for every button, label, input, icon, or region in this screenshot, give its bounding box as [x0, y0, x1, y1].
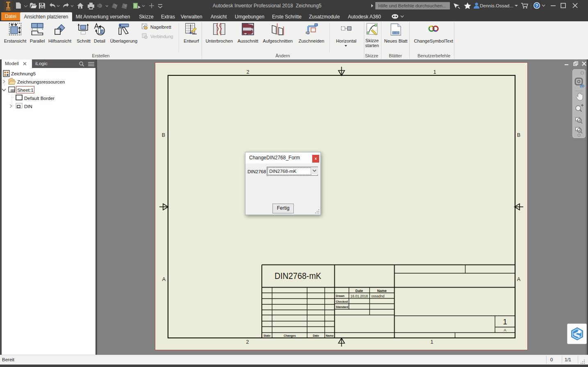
svg-text:Standard: Standard: [336, 306, 348, 308]
svg-text:1: 1: [503, 317, 507, 326]
svg-text:Name: Name: [326, 334, 334, 337]
svg-text:Default Border: Default Border: [24, 96, 54, 101]
svg-text:B: B: [162, 132, 165, 138]
svg-text:DIN2768-mK: DIN2768-mK: [275, 271, 321, 281]
svg-text:B: B: [517, 132, 520, 138]
svg-text:A: A: [504, 328, 506, 332]
svg-text:1: 1: [434, 69, 436, 75]
svg-text:PRO: PRO: [6, 9, 11, 11]
svg-text:Zeichnung5: Zeichnung5: [11, 71, 36, 76]
svg-text:Date: Date: [313, 334, 319, 337]
svg-text:A: A: [517, 276, 521, 282]
svg-text:?: ?: [536, 3, 538, 8]
svg-text:Checked: Checked: [336, 300, 348, 303]
svg-text:A: A: [162, 276, 166, 282]
svg-text:ossadnd: ossadnd: [371, 294, 384, 298]
svg-text:Drawn: Drawn: [336, 295, 345, 297]
svg-text:Changes: Changes: [284, 334, 296, 338]
svg-text:DIN: DIN: [24, 104, 32, 109]
svg-text:2D: 2D: [580, 84, 584, 88]
svg-text:Zeichnungsressourcen: Zeichnungsressourcen: [17, 79, 65, 84]
svg-text:Sheet:1: Sheet:1: [17, 88, 34, 93]
svg-text:1: 1: [431, 339, 434, 345]
svg-text:2: 2: [246, 339, 249, 345]
svg-text:Date: Date: [355, 289, 363, 293]
svg-text:16.01.2018: 16.01.2018: [350, 294, 368, 298]
svg-text:2: 2: [247, 69, 250, 75]
svg-text:Name: Name: [377, 289, 386, 293]
svg-text:State: State: [263, 334, 270, 337]
